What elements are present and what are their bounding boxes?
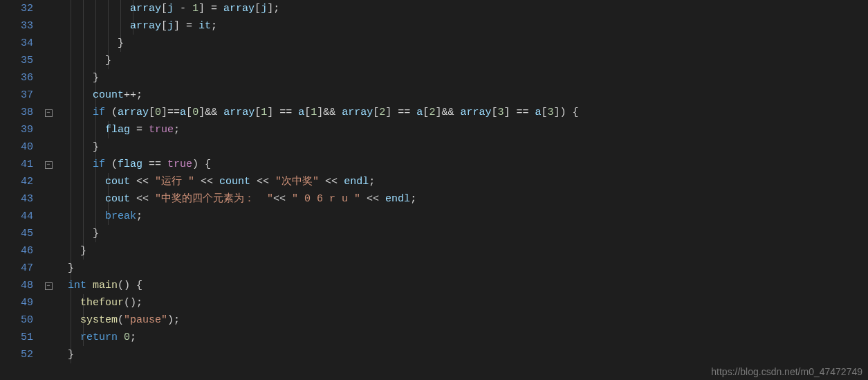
code-text[interactable]: } [55,55,111,66]
code-text[interactable]: thefour(); [55,297,142,309]
code-text[interactable]: array[j - 1] = array[j]; [55,3,279,15]
code-text[interactable]: cout << "中奖的四个元素为： "<< " 0 6 r u " << en… [55,193,416,205]
line-number: 34 [0,35,33,52]
token-var: cout [105,193,130,205]
watermark: https://blog.csdn.net/m0_47472749 [711,366,862,377]
token-op: ] == [504,107,535,118]
code-line[interactable]: thefour(); [55,294,868,311]
token-str: " 0 6 r u " [292,193,360,205]
fold-cell [41,294,55,311]
token-var: array [223,3,255,15]
token-op: [ [161,20,167,32]
line-number: 52 [0,346,33,363]
fold-cell [41,173,55,190]
fold-cell[interactable]: − [41,277,55,294]
code-text[interactable]: } [55,141,99,153]
token-op: ] = [198,3,223,15]
token-op: ; [369,176,375,188]
token-var: it [198,20,211,32]
token-br: } [93,72,99,84]
code-text[interactable]: } [55,262,74,274]
code-text[interactable]: return 0; [55,332,136,343]
line-number: 43 [0,190,33,208]
code-text[interactable]: int main() { [55,280,142,291]
code-line[interactable]: cout << "运行 " << count << "次中奖" << endl; [55,173,868,190]
token-num: 1 [192,3,198,15]
fold-cell [41,311,55,329]
token-num: 1 [261,107,267,118]
code-text[interactable]: } [55,72,99,84]
code-line[interactable]: int main() { [55,277,868,294]
code-line[interactable]: break; [55,208,868,225]
code-line[interactable]: array[j - 1] = array[j]; [55,0,868,17]
fold-cell[interactable]: − [41,156,55,173]
token-op: = [130,124,149,136]
code-text[interactable]: array[j] = it; [55,20,217,32]
code-line[interactable]: system("pause"); [55,311,868,329]
token-op: ]; [267,3,279,15]
code-line[interactable]: } [55,35,868,52]
code-text[interactable]: } [55,245,86,257]
fold-cell [41,208,55,225]
collapse-icon[interactable]: − [45,161,53,169]
token-kw: break [105,210,136,222]
token-str: "运行 " [155,176,194,188]
line-number: 48 [0,277,33,294]
token-var: j [167,3,174,15]
code-text[interactable]: } [55,37,124,49]
token-var: a [298,107,304,118]
code-line[interactable]: cout << "中奖的四个元素为： "<< " 0 6 r u " << en… [55,190,868,208]
token-var: array [130,20,161,32]
token-br: } [118,37,124,49]
code-text[interactable]: } [55,228,99,239]
fold-cell [41,17,55,35]
code-text[interactable]: flag = true; [55,124,180,136]
code-line[interactable]: } [55,346,868,363]
code-line[interactable]: } [55,138,868,156]
line-number: 33 [0,17,33,35]
code-line[interactable]: flag = true; [55,121,868,138]
code-text[interactable]: if (array[0]==a[0]&& array[1] == a[1]&& … [55,107,579,118]
fold-cell[interactable]: − [41,104,55,121]
code-line[interactable]: return 0; [55,329,868,346]
token-op: << [130,176,155,188]
code-editor[interactable]: 3233343536373839404142434445464748495051… [0,0,868,380]
token-str: "中奖的四个元素为： " [155,193,273,205]
code-line[interactable]: } [55,242,868,260]
token-kw: return [80,332,124,343]
fold-column: −−− [41,0,55,380]
code-text[interactable]: cout << "运行 " << count << "次中奖" << endl; [55,176,375,188]
line-number: 36 [0,69,33,87]
code-line[interactable]: } [55,52,868,69]
line-number: 45 [0,225,33,242]
code-line[interactable]: } [55,225,868,242]
token-op: [ [373,107,379,118]
token-var: flag [118,159,142,170]
code-line[interactable]: if (flag == true) { [55,156,868,173]
collapse-icon[interactable]: − [45,282,53,290]
token-op: ( [111,159,118,170]
fold-cell [41,52,55,69]
token-op: ]&& [435,107,460,118]
code-line[interactable]: array[j] = it; [55,17,868,35]
token-op: == [142,159,167,170]
code-text[interactable]: } [55,349,74,361]
token-br: } [68,349,74,361]
line-number: 38 [0,104,33,121]
code-text[interactable]: if (flag == true) { [55,159,211,170]
token-op: << [360,193,385,205]
code-line[interactable]: } [55,260,868,277]
code-line[interactable]: count++; [55,87,868,104]
collapse-icon[interactable]: − [45,109,53,117]
token-op: ; [211,20,217,32]
token-op: [ [541,107,547,118]
code-text[interactable]: system("pause"); [55,314,180,326]
code-line[interactable]: if (array[0]==a[0]&& array[1] == a[1]&& … [55,104,868,121]
line-number: 44 [0,208,33,225]
token-op: () { [118,280,142,291]
code-text[interactable]: break; [55,210,142,222]
code-text[interactable]: count++; [55,89,142,101]
code-line[interactable]: } [55,69,868,87]
code-area[interactable]: array[j - 1] = array[j];array[j] = it;}}… [55,0,868,380]
token-br: } [105,55,111,66]
